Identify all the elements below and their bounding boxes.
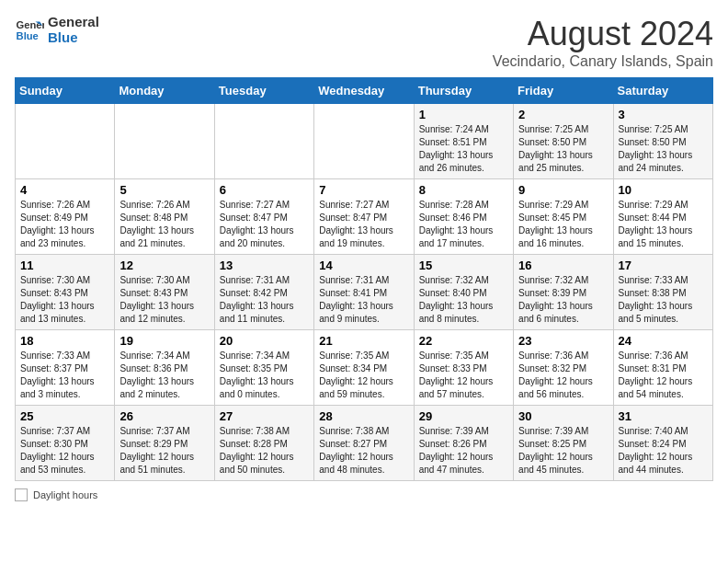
day-info: Sunrise: 7:31 AM Sunset: 8:41 PM Dayligh… [319,274,408,326]
col-thursday: Thursday [414,78,513,104]
day-info: Sunrise: 7:34 AM Sunset: 8:36 PM Dayligh… [119,350,209,401]
day-info: Sunrise: 7:37 AM Sunset: 8:30 PM Dayligh… [20,425,109,477]
day-info: Sunrise: 7:35 AM Sunset: 8:33 PM Dayligh… [419,350,508,401]
day-number: 12 [119,259,209,272]
day-info: Sunrise: 7:33 AM Sunset: 8:37 PM Dayligh… [20,350,109,401]
calendar-week-3: 11Sunrise: 7:30 AM Sunset: 8:43 PM Dayli… [16,255,713,330]
day-number: 6 [220,183,309,197]
calendar-week-4: 18Sunrise: 7:33 AM Sunset: 8:37 PM Dayli… [16,330,713,406]
day-info: Sunrise: 7:39 AM Sunset: 8:25 PM Dayligh… [518,425,608,477]
day-number: 31 [619,409,708,423]
calendar-cell: 19Sunrise: 7:34 AM Sunset: 8:36 PM Dayli… [115,330,214,406]
calendar-cell: 27Sunrise: 7:38 AM Sunset: 8:28 PM Dayli… [214,406,313,481]
calendar-cell: 21Sunrise: 7:35 AM Sunset: 8:34 PM Dayli… [314,330,414,406]
day-number: 22 [419,334,508,348]
day-info: Sunrise: 7:40 AM Sunset: 8:24 PM Dayligh… [619,425,708,477]
logo-line2: Blue [48,30,99,46]
legend: Daylight hours [15,488,713,501]
day-number: 16 [518,259,608,272]
calendar-cell: 30Sunrise: 7:39 AM Sunset: 8:25 PM Dayli… [514,406,613,481]
day-number: 18 [20,334,109,348]
day-info: Sunrise: 7:39 AM Sunset: 8:26 PM Dayligh… [419,425,508,477]
day-number: 24 [619,334,708,348]
day-number: 26 [119,409,209,423]
calendar-subtitle: Vecindario, Canary Islands, Spain [493,53,713,70]
logo: General Blue General Blue [15,15,99,45]
day-info: Sunrise: 7:38 AM Sunset: 8:27 PM Dayligh… [319,425,408,477]
day-number: 13 [220,259,309,272]
day-info: Sunrise: 7:27 AM Sunset: 8:47 PM Dayligh… [220,199,309,250]
col-monday: Monday [115,78,214,104]
calendar-cell: 28Sunrise: 7:38 AM Sunset: 8:27 PM Dayli… [314,406,414,481]
day-info: Sunrise: 7:31 AM Sunset: 8:42 PM Dayligh… [220,274,309,326]
day-info: Sunrise: 7:34 AM Sunset: 8:35 PM Dayligh… [220,350,309,401]
day-number: 14 [319,259,408,272]
calendar-cell: 24Sunrise: 7:36 AM Sunset: 8:31 PM Dayli… [613,330,712,406]
day-number: 9 [518,183,608,197]
legend-label: Daylight hours [33,489,97,500]
calendar-cell: 31Sunrise: 7:40 AM Sunset: 8:24 PM Dayli… [613,406,712,481]
day-info: Sunrise: 7:36 AM Sunset: 8:31 PM Dayligh… [619,350,708,401]
calendar-cell: 8Sunrise: 7:28 AM Sunset: 8:46 PM Daylig… [414,179,513,255]
calendar-cell: 5Sunrise: 7:26 AM Sunset: 8:48 PM Daylig… [115,179,214,255]
calendar-cell: 26Sunrise: 7:37 AM Sunset: 8:29 PM Dayli… [115,406,214,481]
day-info: Sunrise: 7:25 AM Sunset: 8:50 PM Dayligh… [619,123,708,175]
calendar-week-1: 1Sunrise: 7:24 AM Sunset: 8:51 PM Daylig… [16,104,713,179]
day-number: 3 [619,108,708,121]
day-info: Sunrise: 7:36 AM Sunset: 8:32 PM Dayligh… [518,350,608,401]
day-number: 28 [319,409,408,423]
calendar-cell [314,104,414,179]
day-number: 19 [119,334,209,348]
calendar-cell: 14Sunrise: 7:31 AM Sunset: 8:41 PM Dayli… [314,255,414,330]
calendar-cell: 17Sunrise: 7:33 AM Sunset: 8:38 PM Dayli… [613,255,712,330]
col-sunday: Sunday [16,78,115,104]
col-friday: Friday [514,78,613,104]
day-info: Sunrise: 7:32 AM Sunset: 8:39 PM Dayligh… [518,274,608,326]
calendar-cell: 1Sunrise: 7:24 AM Sunset: 8:51 PM Daylig… [414,104,513,179]
col-tuesday: Tuesday [214,78,313,104]
calendar-cell [16,104,115,179]
day-info: Sunrise: 7:26 AM Sunset: 8:48 PM Dayligh… [119,199,209,250]
day-info: Sunrise: 7:27 AM Sunset: 8:47 PM Dayligh… [319,199,408,250]
header-row: Sunday Monday Tuesday Wednesday Thursday… [16,78,713,104]
calendar-week-2: 4Sunrise: 7:26 AM Sunset: 8:49 PM Daylig… [16,179,713,255]
day-number: 10 [619,183,708,197]
calendar-cell [115,104,214,179]
calendar-title: August 2024 [493,15,713,53]
legend-box [15,488,28,501]
calendar-cell: 7Sunrise: 7:27 AM Sunset: 8:47 PM Daylig… [314,179,414,255]
day-number: 30 [518,409,608,423]
day-info: Sunrise: 7:37 AM Sunset: 8:29 PM Dayligh… [119,425,209,477]
day-info: Sunrise: 7:28 AM Sunset: 8:46 PM Dayligh… [419,199,508,250]
day-number: 25 [20,409,109,423]
calendar-cell: 23Sunrise: 7:36 AM Sunset: 8:32 PM Dayli… [514,330,613,406]
day-number: 7 [319,183,408,197]
day-number: 4 [20,183,109,197]
day-info: Sunrise: 7:26 AM Sunset: 8:49 PM Dayligh… [20,199,109,250]
day-number: 21 [319,334,408,348]
day-info: Sunrise: 7:33 AM Sunset: 8:38 PM Dayligh… [619,274,708,326]
day-info: Sunrise: 7:32 AM Sunset: 8:40 PM Dayligh… [419,274,508,326]
calendar-cell: 22Sunrise: 7:35 AM Sunset: 8:33 PM Dayli… [414,330,513,406]
header: General Blue General Blue August 2024 Ve… [15,15,713,70]
calendar-cell: 20Sunrise: 7:34 AM Sunset: 8:35 PM Dayli… [214,330,313,406]
day-number: 17 [619,259,708,272]
svg-text:Blue: Blue [17,29,39,40]
calendar-cell: 15Sunrise: 7:32 AM Sunset: 8:40 PM Dayli… [414,255,513,330]
day-info: Sunrise: 7:29 AM Sunset: 8:44 PM Dayligh… [619,199,708,250]
calendar-cell [214,104,313,179]
calendar-cell: 10Sunrise: 7:29 AM Sunset: 8:44 PM Dayli… [613,179,712,255]
day-info: Sunrise: 7:38 AM Sunset: 8:28 PM Dayligh… [220,425,309,477]
calendar-cell: 16Sunrise: 7:32 AM Sunset: 8:39 PM Dayli… [514,255,613,330]
day-info: Sunrise: 7:30 AM Sunset: 8:43 PM Dayligh… [20,274,109,326]
day-info: Sunrise: 7:35 AM Sunset: 8:34 PM Dayligh… [319,350,408,401]
calendar-cell: 12Sunrise: 7:30 AM Sunset: 8:43 PM Dayli… [115,255,214,330]
day-number: 15 [419,259,508,272]
day-info: Sunrise: 7:30 AM Sunset: 8:43 PM Dayligh… [119,274,209,326]
calendar-cell: 6Sunrise: 7:27 AM Sunset: 8:47 PM Daylig… [214,179,313,255]
calendar-cell: 4Sunrise: 7:26 AM Sunset: 8:49 PM Daylig… [16,179,115,255]
calendar-table: Sunday Monday Tuesday Wednesday Thursday… [15,77,713,481]
day-info: Sunrise: 7:29 AM Sunset: 8:45 PM Dayligh… [518,199,608,250]
calendar-cell: 29Sunrise: 7:39 AM Sunset: 8:26 PM Dayli… [414,406,513,481]
day-info: Sunrise: 7:24 AM Sunset: 8:51 PM Dayligh… [419,123,508,175]
